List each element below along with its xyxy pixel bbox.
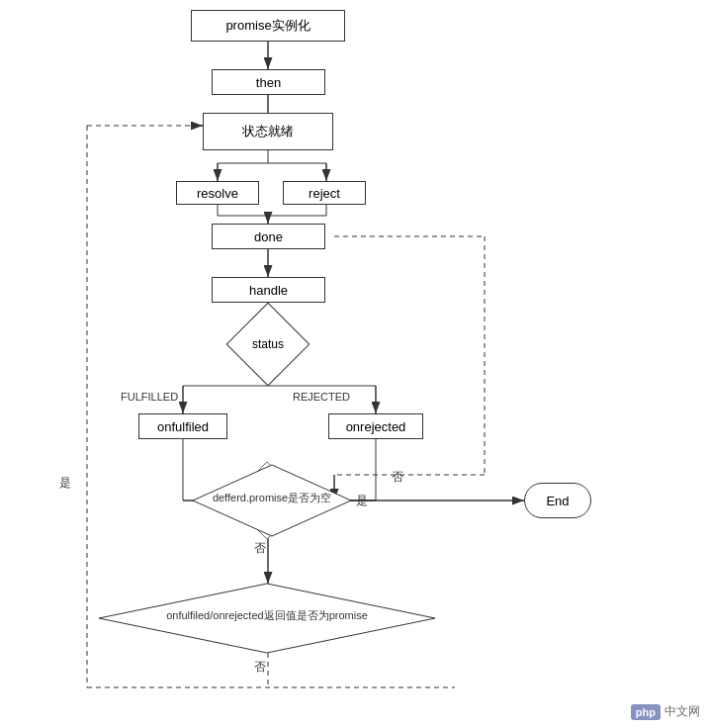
reject-box: reject — [283, 181, 366, 205]
promise-instantiate-label: promise实例化 — [225, 17, 310, 35]
done-no-label: 否 — [392, 469, 403, 486]
resolve-label: resolve — [197, 186, 238, 201]
fulfilled-label: FULFILLED — [121, 391, 178, 403]
rejected-label: REJECTED — [293, 391, 350, 403]
return-no-label: 否 — [254, 659, 266, 676]
then-box: then — [212, 69, 325, 95]
diagram-container: promise实例化 then 状态就绪 resolve reject done… — [0, 0, 708, 728]
then-label: then — [256, 75, 281, 90]
state-ready-box: 状态就绪 — [203, 113, 333, 150]
svg-text:defferd.promise是否为空: defferd.promise是否为空 — [213, 492, 331, 503]
watermark: php 中文网 — [631, 703, 700, 720]
deferred-no-label: 否 — [254, 540, 266, 557]
done-box: done — [212, 224, 325, 249]
reject-label: reject — [309, 186, 340, 201]
status-label: status — [252, 337, 284, 351]
promise-instantiate-box: promise实例化 — [191, 10, 345, 42]
php-badge: php — [631, 704, 661, 720]
done-label: done — [254, 229, 283, 244]
handle-label: handle — [249, 283, 288, 298]
left-yes-label: 是 — [59, 475, 71, 492]
onfulfilled-box: onfulfiled — [138, 413, 227, 439]
deferred-yes-label: 是 — [356, 493, 368, 509]
end-box: End — [524, 483, 591, 518]
end-label: End — [546, 494, 569, 508]
status-diamond: status — [224, 315, 311, 374]
state-ready-label: 状态就绪 — [242, 123, 294, 140]
handle-box: handle — [212, 277, 325, 303]
onrejected-box: onrejected — [328, 413, 423, 439]
return-diamond-svg: onfulfiled/onrejected返回值是否为promise — [99, 584, 435, 653]
site-label: 中文网 — [664, 703, 700, 720]
deferred-diamond-svg: defferd.promise是否为空 — [193, 465, 351, 536]
onfulfilled-label: onfulfiled — [157, 419, 209, 434]
svg-text:onfulfiled/onrejected返回值是否为pro: onfulfiled/onrejected返回值是否为promise — [166, 609, 368, 621]
resolve-box: resolve — [176, 181, 259, 205]
onrejected-label: onrejected — [346, 419, 406, 434]
